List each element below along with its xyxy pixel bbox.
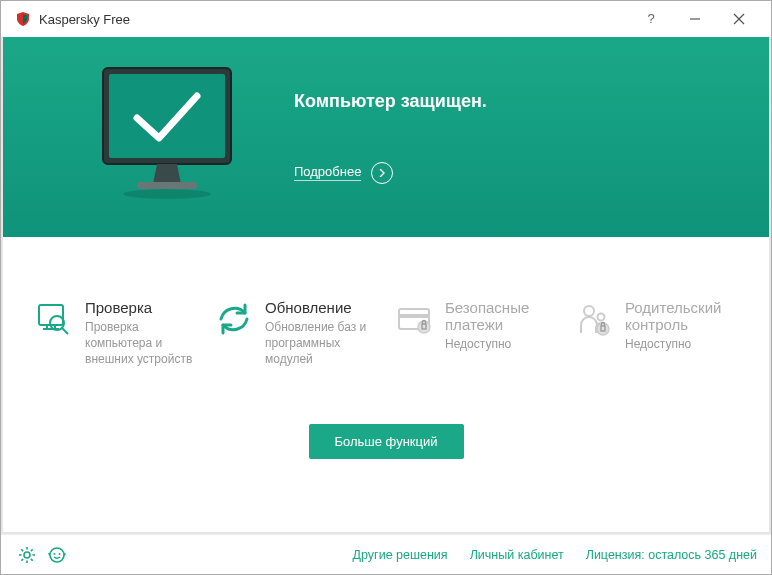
feature-title: Проверка [85,299,199,316]
svg-rect-6 [137,182,197,189]
feature-parental[interactable]: Родительский контроль Недоступно [573,299,739,368]
titlebar: Kaspersky Free ? [1,1,771,37]
minimize-button[interactable] [673,1,717,37]
svg-text:?: ? [647,12,654,26]
details-link-label: Подробнее [294,164,361,181]
feature-desc: Недоступно [445,336,559,352]
more-features-button[interactable]: Больше функций [309,424,464,459]
features-row: Проверка Проверка компьютера и внешних у… [3,237,769,384]
main-content: Проверка Проверка компьютера и внешних у… [1,237,771,534]
svg-point-15 [418,321,430,333]
status-title: Компьютер защищен. [294,91,487,112]
footer-link-account[interactable]: Личный кабинет [470,548,564,562]
feature-desc: Недоступно [625,336,739,352]
details-link[interactable]: Подробнее [294,162,393,184]
update-icon [213,299,255,341]
svg-rect-14 [399,314,429,318]
window-title: Kaspersky Free [39,12,130,27]
feature-title: Обновление [265,299,379,316]
feature-payments[interactable]: Безопасные платежи Недоступно [393,299,559,368]
settings-gear-icon[interactable] [15,543,39,567]
support-icon[interactable] [45,543,69,567]
feature-title: Безопасные платежи [445,299,559,333]
feature-update[interactable]: Обновление Обновление баз и программных … [213,299,379,368]
svg-point-18 [598,314,605,321]
payments-icon [393,299,435,341]
svg-point-30 [50,548,64,562]
svg-point-11 [50,316,64,330]
monitor-checkmark-icon [79,62,254,212]
svg-line-27 [31,558,33,560]
feature-scan[interactable]: Проверка Проверка компьютера и внешних у… [33,299,199,368]
svg-line-26 [21,549,23,551]
kaspersky-logo-icon [15,11,31,27]
parental-icon [573,299,615,341]
footer-link-other-solutions[interactable]: Другие решения [353,548,448,562]
svg-line-28 [21,558,23,560]
svg-point-31 [54,553,56,555]
feature-desc: Проверка компьютера и внешних устройств [85,319,199,368]
status-banner: Компьютер защищен. Подробнее [1,37,771,237]
svg-line-29 [31,549,33,551]
close-button[interactable] [717,1,761,37]
svg-point-7 [123,189,211,199]
svg-point-19 [597,323,609,335]
svg-line-12 [62,328,68,334]
svg-rect-5 [109,74,225,158]
feature-title: Родительский контроль [625,299,739,333]
svg-point-17 [584,306,594,316]
svg-point-21 [24,552,30,558]
arrow-right-icon [371,162,393,184]
feature-desc: Обновление баз и программных модулей [265,319,379,368]
help-button[interactable]: ? [629,1,673,37]
svg-point-32 [59,553,61,555]
footer: Другие решения Личный кабинет Лицензия: … [1,534,771,574]
scan-icon [33,299,75,341]
footer-link-license[interactable]: Лицензия: осталось 365 дней [586,548,757,562]
